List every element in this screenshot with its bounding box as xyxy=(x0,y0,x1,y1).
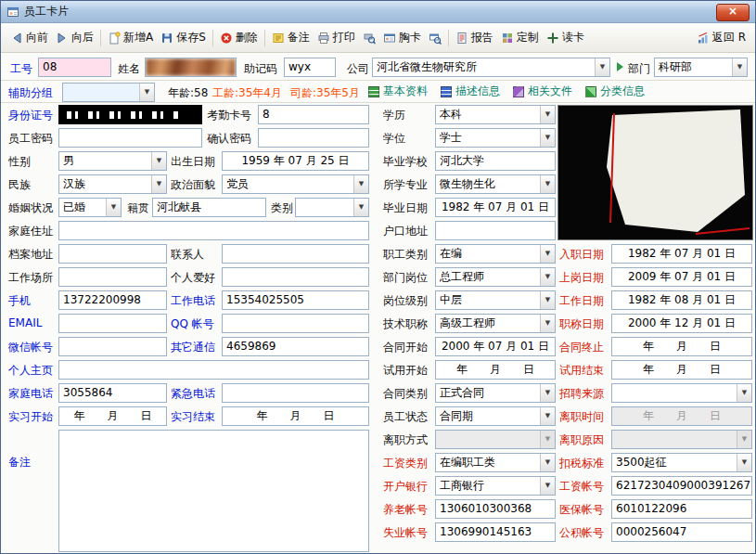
readcard-button[interactable]: 读卡 xyxy=(543,26,588,49)
attendance-card-field[interactable]: 8 xyxy=(258,105,369,124)
dropdown-arrow-icon: ▼ xyxy=(540,175,555,193)
education-select[interactable]: 本科▼ xyxy=(435,105,556,124)
unemployment-account-field[interactable]: 1306990145163 xyxy=(435,522,556,542)
field-value: 学士 xyxy=(440,131,462,144)
aux-group-select[interactable]: ▼ xyxy=(62,83,155,102)
id-card-field[interactable] xyxy=(58,105,202,124)
archive-address-field[interactable] xyxy=(58,244,167,264)
graduation-date-field[interactable]: 1982 年 07 月 01 日 xyxy=(435,198,556,217)
salary-category-select[interactable]: 在编职工类▼ xyxy=(435,453,556,472)
employee-category-select[interactable]: 在编▼ xyxy=(435,244,556,264)
marital-select[interactable]: 已婚▼ xyxy=(58,198,122,217)
recruit-source-select[interactable]: ▼ xyxy=(611,383,752,403)
contract-end-field[interactable]: 年 月 日 xyxy=(611,337,752,356)
native-place-field[interactable]: 河北献县 xyxy=(152,198,266,217)
dept-select[interactable]: 科研部▼ xyxy=(654,58,748,77)
emergency-phone-field[interactable] xyxy=(222,383,369,403)
tab-related-files[interactable]: 相关文件 xyxy=(513,84,572,99)
customize-button[interactable]: 定制 xyxy=(497,26,543,49)
email-field[interactable] xyxy=(58,314,167,333)
qq-field[interactable] xyxy=(222,314,369,333)
dept-post-select[interactable]: 总工程师▼ xyxy=(435,267,556,287)
major-select[interactable]: 微生物生化▼ xyxy=(435,174,556,194)
category-select[interactable]: ▼ xyxy=(295,198,369,217)
password-field[interactable] xyxy=(58,128,202,148)
print-button[interactable]: 打印 xyxy=(314,26,359,49)
political-status-select[interactable]: 党员▼ xyxy=(222,174,369,194)
notes-textarea[interactable] xyxy=(58,430,369,552)
field-label: 实习开始 xyxy=(8,409,53,425)
tab-description[interactable]: 描述信息 xyxy=(441,84,500,99)
home-phone-field[interactable]: 3055864 xyxy=(58,383,167,403)
field-label: 实习结束 xyxy=(171,409,215,425)
salary-account-field[interactable]: 6217230409000391267 xyxy=(611,476,752,496)
badge-preview-button[interactable] xyxy=(425,28,445,48)
post-level-select[interactable]: 中层▼ xyxy=(435,290,556,310)
post-date-field[interactable]: 2009 年 07 月 01 日 xyxy=(611,267,752,287)
field-label: 工作日期 xyxy=(559,293,604,309)
tax-standard-select[interactable]: 3500起征▼ xyxy=(611,453,752,472)
other-comm-field[interactable]: 4659869 xyxy=(222,337,369,356)
employee-status-select[interactable]: 合同期▼ xyxy=(435,406,556,426)
badge-button[interactable]: 胸卡 xyxy=(379,26,425,49)
name-field[interactable] xyxy=(145,58,237,77)
ethnicity-select[interactable]: 汉族▼ xyxy=(58,174,167,194)
report-button[interactable]: 报告 xyxy=(452,26,497,49)
tech-title-select[interactable]: 高级工程师▼ xyxy=(435,314,556,333)
contact-person-field[interactable] xyxy=(222,244,369,264)
hire-date-field[interactable]: 1982 年 07 月 01 日 xyxy=(611,244,752,264)
mobile-field[interactable]: 13722200998 xyxy=(58,290,167,310)
intern-end-field[interactable]: 年 月 日 xyxy=(222,406,369,426)
field-label: 职称日期 xyxy=(559,316,604,332)
homepage-field[interactable] xyxy=(58,360,369,380)
save-button[interactable]: 保存S xyxy=(157,26,210,49)
toolbar-label: 胸卡 xyxy=(399,30,421,45)
close-icon: × xyxy=(728,5,737,18)
housing-fund-account-field[interactable]: 0000256047 xyxy=(611,522,752,542)
field-label: 身份证号 xyxy=(8,108,53,123)
forward-button[interactable]: 向前 xyxy=(6,26,52,49)
confirm-password-field[interactable] xyxy=(258,128,369,148)
medical-account-field[interactable]: 6010122096 xyxy=(611,499,752,519)
employee-photo[interactable] xyxy=(557,105,753,240)
title-date-field[interactable]: 2000 年 12 月 01 日 xyxy=(611,314,752,333)
school-field[interactable]: 河北大学 xyxy=(435,151,556,171)
print-preview-button[interactable] xyxy=(359,28,379,48)
note-button[interactable]: 备注 xyxy=(268,26,314,49)
contract-type-select[interactable]: 正式合同▼ xyxy=(435,383,556,403)
backward-icon xyxy=(56,32,69,45)
close-button[interactable]: × xyxy=(716,4,750,21)
company-select[interactable]: 河北省微生物研究所▼ xyxy=(372,58,610,77)
dropdown-arrow-icon: ▼ xyxy=(737,384,751,402)
trial-start-field[interactable]: 年 月 日 xyxy=(435,360,556,380)
emp-no-field[interactable]: 08 xyxy=(38,58,111,77)
contract-start-field[interactable]: 2000 年 07 月 01 日 xyxy=(435,337,556,356)
dropdown-arrow-icon: ▼ xyxy=(540,477,555,495)
mnemonic-field[interactable]: wyx xyxy=(284,58,336,77)
info-tabs: 基本资料 描述信息 相关文件 分类信息 xyxy=(368,84,645,99)
bank-select[interactable]: 工商银行▼ xyxy=(435,476,556,496)
delete-button[interactable]: 删除 xyxy=(216,26,262,49)
home-address-field[interactable] xyxy=(58,221,369,240)
degree-select[interactable]: 学士▼ xyxy=(435,128,556,148)
new-button[interactable]: 新增A xyxy=(104,26,157,49)
dropdown-arrow-icon: ▼ xyxy=(540,407,555,425)
pension-account-field[interactable]: 1306010300368 xyxy=(435,499,556,519)
dropdown-arrow-icon: ▼ xyxy=(732,58,747,76)
dropdown-arrow-icon: ▼ xyxy=(106,199,121,216)
birth-date-field[interactable]: 1959 年 07 月 25 日 xyxy=(222,151,369,171)
dropdown-arrow-icon: ▼ xyxy=(151,152,166,170)
wechat-field[interactable] xyxy=(58,337,167,356)
intern-start-field[interactable]: 年 月 日 xyxy=(58,406,167,426)
gender-select[interactable]: 男▼ xyxy=(58,151,167,171)
hukou-address-field[interactable] xyxy=(435,221,556,240)
tab-classification[interactable]: 分类信息 xyxy=(585,84,645,99)
work-phone-field[interactable]: 15354025505 xyxy=(222,290,369,310)
work-date-field[interactable]: 1982 年 08 月 01 日 xyxy=(611,290,752,310)
return-button[interactable]: 返回 R xyxy=(693,26,750,49)
tab-basic-info[interactable]: 基本资料 xyxy=(368,84,428,99)
workplace-field[interactable] xyxy=(58,267,167,287)
backward-button[interactable]: 向后 xyxy=(52,26,97,49)
hobby-field[interactable] xyxy=(222,267,369,287)
trial-end-field[interactable]: 年 月 日 xyxy=(611,360,752,380)
